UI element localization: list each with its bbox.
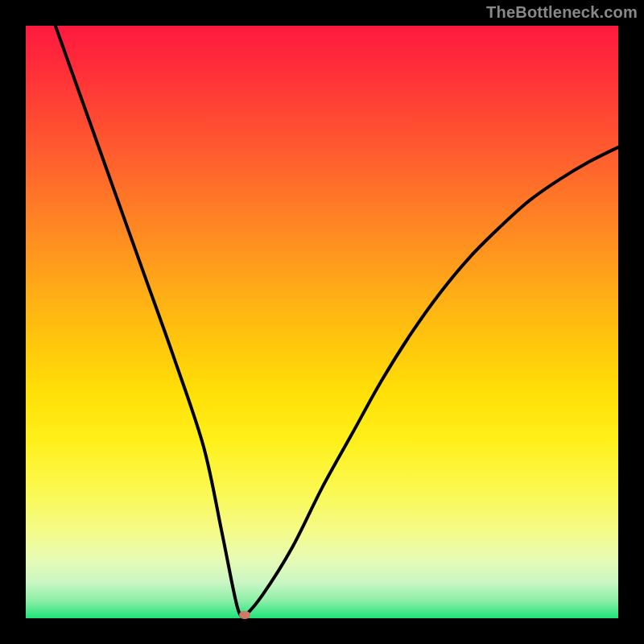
- chart-frame: TheBottleneck.com: [0, 0, 644, 644]
- curve-path: [56, 26, 618, 617]
- minimum-marker: [239, 611, 250, 619]
- watermark-text: TheBottleneck.com: [486, 3, 638, 22]
- bottleneck-curve: [26, 26, 618, 618]
